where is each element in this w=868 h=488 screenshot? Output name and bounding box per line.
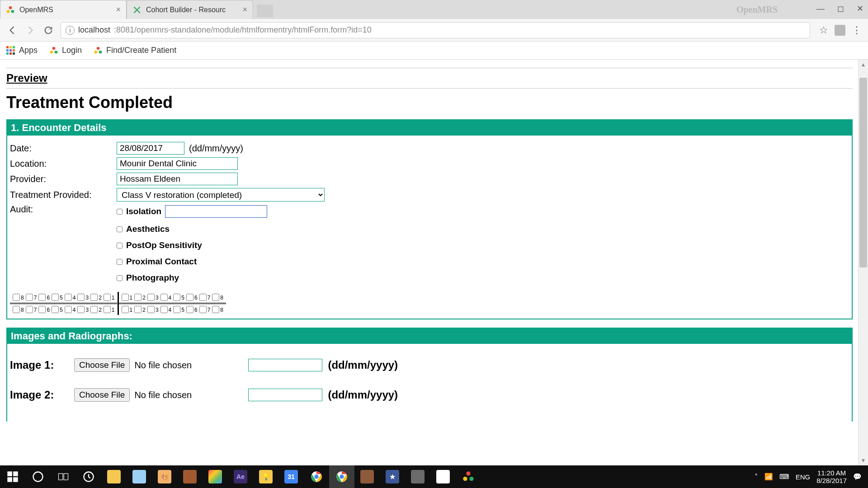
app-icon[interactable] [405,465,430,488]
image-date-input[interactable] [248,389,322,401]
app-icon[interactable]: 💡 [253,465,278,488]
wifi-icon[interactable]: 📶 [764,473,773,481]
close-window-icon[interactable]: ✕ [857,4,863,14]
tooth-checkbox[interactable] [26,294,33,301]
taskbar-clock[interactable]: 11:20 AM 8/28/2017 [816,469,847,485]
tooth-checkbox[interactable] [160,306,168,313]
tooth-checkbox[interactable] [212,306,219,313]
tooth-number: 3 [85,295,89,301]
calendar-icon[interactable]: 31 [278,465,304,488]
apps-shortcut[interactable]: Apps [6,46,38,55]
url-rest: :8081/openmrs-standalone/module/htmlform… [114,25,372,35]
paint-icon[interactable]: 🎨 [152,465,177,488]
scroll-thumb[interactable] [859,78,867,267]
tooth-checkbox[interactable] [38,294,46,301]
bookmark-login[interactable]: Login [49,46,82,55]
photos-icon[interactable]: 🖼 [430,465,456,488]
bookmark-star-icon[interactable]: ☆ [819,24,828,36]
task-view-icon[interactable] [51,465,76,488]
vertical-scrollbar[interactable]: ▲ ▼ [858,60,868,465]
choose-file-button[interactable]: Choose File [74,388,130,402]
provider-input[interactable] [117,173,238,185]
tooth-checkbox[interactable] [77,306,85,313]
new-tab-button[interactable] [257,5,273,17]
scroll-up-icon[interactable]: ▲ [859,60,868,70]
tooth-checkbox[interactable] [104,306,111,313]
site-info-icon[interactable]: i [66,26,75,35]
tooth-checkbox[interactable] [104,294,111,301]
tooth-checkbox[interactable] [122,294,129,301]
tooth-checkbox[interactable] [90,294,98,301]
scroll-down-icon[interactable]: ▼ [859,455,868,465]
browser-tab[interactable]: Cohort Builder - Resourc × [127,0,253,19]
openmrs-taskbar-icon[interactable] [456,465,481,488]
tooth-checkbox[interactable] [26,306,33,313]
cortana-icon[interactable] [25,465,51,488]
bookmark-find-patient[interactable]: Find/Create Patient [94,46,176,55]
tray-chevron-icon[interactable]: ˄ [755,473,758,481]
clock-app-icon[interactable] [76,465,101,488]
reload-icon[interactable] [42,24,54,36]
language-indicator[interactable]: ENG [796,473,811,481]
tooth-checkbox[interactable] [122,306,129,313]
after-effects-icon[interactable]: Ae [228,465,253,488]
tooth-checkbox[interactable] [134,306,142,313]
back-icon[interactable] [6,24,18,36]
menu-kebab-icon[interactable]: ⋮ [852,24,862,36]
tooth-number: 3 [156,307,159,313]
tooth-checkbox[interactable] [186,294,193,301]
forward-icon[interactable] [24,24,36,36]
tooth-checkbox[interactable] [147,306,155,313]
treatment-select[interactable]: Class V restoration (completed) [117,188,325,202]
minimize-icon[interactable]: — [816,4,825,14]
tooth-checkbox[interactable] [52,294,59,301]
location-input[interactable] [117,157,238,170]
app-icon[interactable] [203,465,228,488]
tooth-checkbox[interactable] [160,294,168,301]
keyboard-icon[interactable]: ⌨ [779,473,789,481]
close-icon[interactable]: × [242,5,247,14]
audit-aesthetics-checkbox[interactable] [117,226,123,232]
tooth-checkbox[interactable] [13,306,20,313]
tooth-checkbox[interactable] [13,294,20,301]
tooth-checkbox[interactable] [186,306,193,313]
svg-point-1 [7,10,10,13]
url-host: localhost [78,25,110,35]
tooth-checkbox[interactable] [38,306,46,313]
date-input[interactable] [117,142,184,155]
tooth-checkbox[interactable] [147,294,155,301]
chrome-icon-active[interactable] [329,465,354,488]
choose-file-button[interactable]: Choose File [74,358,130,372]
action-center-icon[interactable]: 💬 [853,473,862,481]
extension-icon[interactable] [835,25,845,36]
chrome-icon[interactable] [304,465,329,488]
tooth-checkbox[interactable] [65,306,72,313]
tooth-checkbox[interactable] [212,294,219,301]
audit-postop-checkbox[interactable] [117,243,123,249]
close-icon[interactable]: × [116,5,121,14]
start-button[interactable] [0,465,25,488]
address-bar[interactable]: i localhost:8081/openmrs-standalone/modu… [61,22,810,38]
app-icon[interactable]: ★ [380,465,405,488]
audit-proximal-checkbox[interactable] [117,259,123,265]
notepad-icon[interactable] [127,465,152,488]
tooth-checkbox[interactable] [77,294,85,301]
svg-point-22 [463,477,467,481]
tooth-checkbox[interactable] [134,294,142,301]
browser-tab-active[interactable]: OpenMRS × [0,0,127,19]
audit-photo-checkbox[interactable] [117,275,123,281]
tooth-checkbox[interactable] [173,294,180,301]
tooth-checkbox[interactable] [52,306,59,313]
audit-isolation-input[interactable] [165,205,267,218]
maximize-icon[interactable]: ◻ [837,4,844,14]
tooth-checkbox[interactable] [173,306,180,313]
app-icon[interactable] [354,465,380,488]
app-icon[interactable] [177,465,203,488]
file-explorer-icon[interactable] [101,465,127,488]
tooth-checkbox[interactable] [65,294,72,301]
image-date-input[interactable] [248,359,322,371]
audit-isolation-checkbox[interactable] [117,209,123,215]
tooth-checkbox[interactable] [90,306,98,313]
tooth-checkbox[interactable] [199,306,207,313]
tooth-checkbox[interactable] [199,294,207,301]
